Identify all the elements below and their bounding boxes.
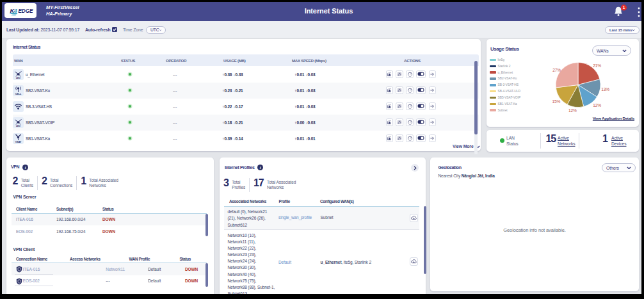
svg-text:21%: 21% — [593, 63, 601, 68]
svg-text:27%: 27% — [552, 68, 561, 72]
svg-text:LEO: LEO — [16, 125, 20, 127]
svg-text:12%: 12% — [568, 108, 577, 113]
svg-text:1: 1 — [623, 5, 625, 10]
svg-text:i: i — [24, 165, 26, 169]
svg-text:VSAT: VSAT — [15, 141, 22, 143]
svg-text:i: i — [259, 165, 261, 170]
svg-text:15%: 15% — [552, 99, 560, 104]
svg-text:CELL: CELL — [15, 93, 22, 95]
svg-text:13%: 13% — [601, 87, 609, 92]
svg-text:12%: 12% — [593, 103, 601, 108]
svg-text:LEO: LEO — [16, 77, 20, 79]
